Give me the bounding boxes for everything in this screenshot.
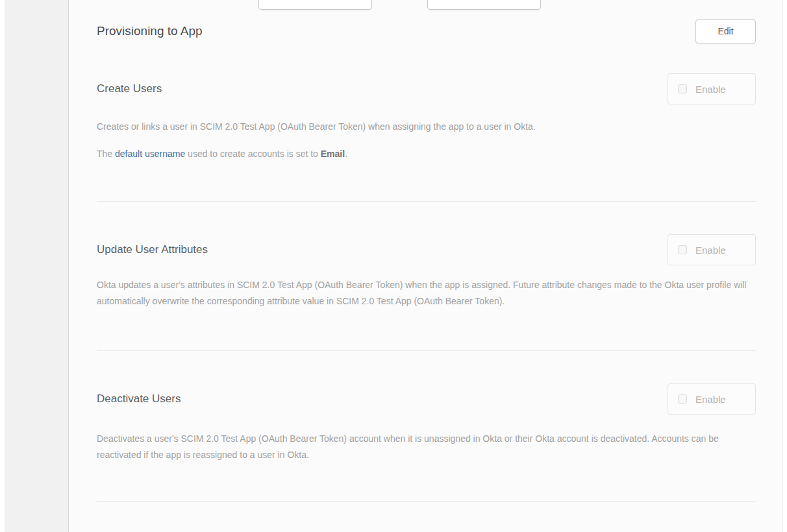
cropped-input-left[interactable]	[258, 0, 372, 10]
section-divider	[97, 501, 756, 502]
update-user-attributes-description: Okta updates a user's attributes in SCIM…	[97, 277, 756, 309]
section-create-users: Create Users Enable	[97, 73, 756, 105]
enable-toggle-update-user-attributes[interactable]: Enable	[668, 234, 756, 265]
note-middle: used to create accounts is set to	[185, 149, 321, 159]
default-username-link[interactable]: default username	[115, 149, 185, 159]
section-title-update-user-attributes: Update User Attributes	[97, 243, 208, 256]
section-divider	[97, 350, 756, 351]
section-deactivate-users: Deactivate Users Enable	[97, 383, 756, 415]
default-username-note: The default username used to create acco…	[97, 146, 756, 162]
enable-checkbox-update-user-attributes[interactable]	[678, 245, 687, 254]
section-update-user-attributes: Update User Attributes Enable	[97, 234, 756, 266]
section-divider	[97, 201, 756, 202]
note-suffix: .	[345, 149, 347, 159]
create-users-description: Creates or links a user in SCIM 2.0 Test…	[97, 119, 756, 135]
enable-checkbox-deactivate-users[interactable]	[678, 394, 687, 404]
note-username-value: Email	[321, 149, 345, 159]
provisioning-settings-panel: Provisioning to App Edit Create Users En…	[69, 0, 782, 532]
enable-label: Enable	[695, 394, 726, 405]
cropped-input-right[interactable]	[427, 0, 541, 10]
edit-button[interactable]: Edit	[695, 19, 756, 43]
provisioning-header: Provisioning to App Edit	[97, 18, 756, 44]
enable-checkbox-create-users[interactable]	[678, 84, 687, 93]
page-title: Provisioning to App	[97, 24, 203, 38]
section-title-create-users: Create Users	[97, 82, 162, 95]
enable-label: Enable	[695, 245, 726, 256]
section-title-deactivate-users: Deactivate Users	[97, 393, 181, 405]
deactivate-users-description: Deactivates a user's SCIM 2.0 Test App (…	[97, 431, 756, 463]
sidebar-panel	[5, 0, 69, 532]
enable-toggle-deactivate-users[interactable]: Enable	[668, 383, 756, 415]
note-prefix: The	[97, 149, 115, 159]
enable-toggle-create-users[interactable]: Enable	[668, 73, 756, 104]
enable-label: Enable	[695, 84, 726, 95]
